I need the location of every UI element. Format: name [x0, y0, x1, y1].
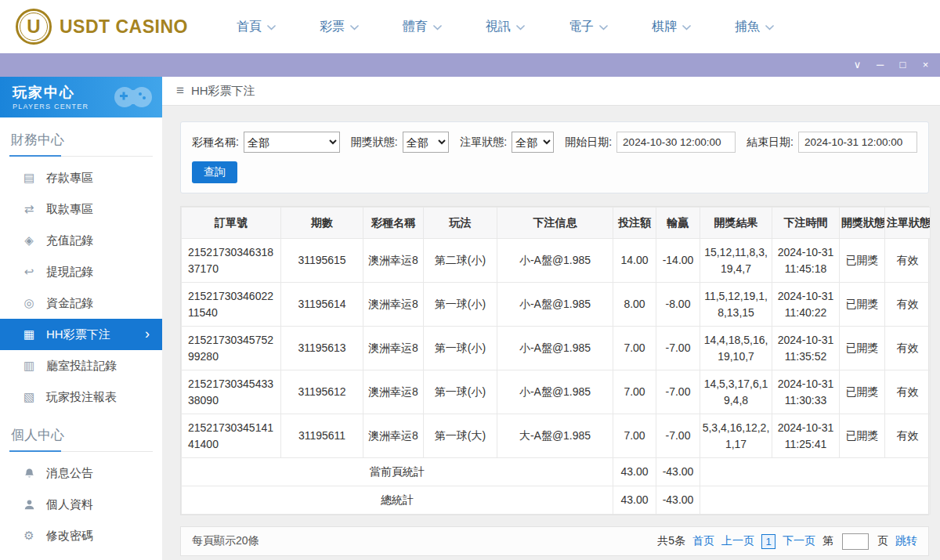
column-header-2: 彩種名稱	[363, 208, 424, 239]
cell-r4-c0: 2152173034514141400	[182, 414, 281, 458]
logo-initial: U	[27, 16, 40, 38]
cell-r4-c6: -7.00	[656, 414, 700, 458]
summary-bet-total: 43.00	[613, 458, 656, 486]
cell-r0-c4: 小-A盤@1.985	[497, 239, 613, 283]
cell-r0-c2: 澳洲幸运8	[363, 239, 424, 283]
sidebar-item-profile[interactable]: 個人資料	[0, 489, 162, 520]
window-collapse-icon[interactable]: ∨	[846, 53, 869, 77]
column-header-9: 開獎狀態	[840, 208, 885, 239]
recharge-record-icon: ◈	[22, 233, 36, 247]
current-page[interactable]: 1	[761, 534, 776, 549]
nav-item-3[interactable]: 體育	[403, 19, 442, 35]
pagination: 共5条 首页 上一页 1 下一页 第 页 跳转	[657, 533, 917, 550]
first-page-link[interactable]: 首页	[692, 534, 714, 548]
column-header-5: 投注額	[613, 208, 656, 239]
end-date-input[interactable]	[798, 132, 917, 153]
funds-record-icon: ◎	[22, 296, 36, 310]
nav-item-4[interactable]: 視訊	[486, 19, 525, 35]
sidebar-item-recharge-records[interactable]: ◈充值記錄	[0, 225, 162, 256]
window-minimize-icon[interactable]: ─	[869, 53, 891, 77]
cell-r3-c7: 14,5,3,17,6,19,4,8	[700, 370, 772, 414]
sidebar-item-change-password[interactable]: ⚙修改密碼	[0, 520, 162, 551]
cell-r2-c3: 第一球(小)	[424, 327, 497, 370]
nav-item-label: 首頁	[237, 19, 262, 35]
cell-r0-c1: 31195615	[281, 239, 363, 283]
sidebar-item-hh-lottery-bets[interactable]: ▦HH彩票下注	[0, 319, 162, 350]
order-status-select[interactable]: 全部	[512, 132, 554, 153]
cell-r2-c2: 澳洲幸运8	[363, 327, 424, 370]
jump-page-input[interactable]	[842, 533, 869, 550]
nav-item-7[interactable]: 捕魚	[735, 19, 774, 35]
sidebar-item-label: 廳室投註記錄	[46, 359, 117, 374]
cell-r3-c8: 2024-10-31 11:30:33	[772, 370, 840, 414]
start-date-input[interactable]	[616, 132, 736, 153]
nav-item-5[interactable]: 電子	[569, 19, 608, 35]
bets-table-card: 訂單號期數彩種名稱玩法下注信息投注額輸贏開獎結果下注時間開獎狀態注單狀態 215…	[180, 206, 929, 515]
cell-r3-c10: 有效	[885, 370, 931, 414]
nav-item-6[interactable]: 棋牌	[652, 19, 691, 35]
column-header-0: 訂單號	[182, 208, 281, 239]
hamburger-icon[interactable]: ≡	[176, 83, 184, 99]
column-header-1: 期數	[281, 208, 363, 239]
summary-winloss-total: -43.00	[656, 458, 700, 486]
search-button[interactable]: 查詢	[192, 161, 237, 183]
chevron-down-icon	[599, 25, 608, 31]
start-date-label: 開始日期:	[565, 135, 612, 150]
sidebar-item-withdrawal-records[interactable]: ↩提現記錄	[0, 256, 162, 287]
cell-r0-c6: -14.00	[656, 239, 700, 283]
cell-r1-c7: 11,5,12,19,1,8,13,15	[700, 283, 772, 327]
cell-r3-c1: 31195612	[281, 370, 363, 414]
sidebar-item-label: 資金記錄	[46, 296, 93, 311]
cell-r2-c10: 有效	[885, 327, 931, 370]
wallet-icon: ▤	[22, 171, 36, 185]
table-footer: 每頁顯示20條 共5条 首页 上一页 1 下一页 第 页 跳转	[180, 526, 929, 556]
column-header-10: 注單狀態	[885, 208, 931, 239]
next-page-link[interactable]: 下一页	[783, 534, 815, 548]
draw-status-select[interactable]: 全部	[403, 132, 450, 153]
jump-button[interactable]: 跳转	[895, 534, 917, 548]
summary-label: 當前頁統計	[182, 458, 613, 486]
nav-item-label: 棋牌	[652, 19, 677, 35]
window-maximize-icon[interactable]: □	[891, 53, 914, 77]
sidebar-item-label: HH彩票下注	[46, 327, 110, 342]
sidebar-item-label: 提現記錄	[46, 265, 93, 280]
page-size-text: 每頁顯示20條	[192, 534, 259, 548]
cell-r3-c3: 第一球(小)	[424, 370, 497, 414]
cell-r1-c0: 2152173034602211540	[182, 283, 281, 327]
bell-icon	[22, 468, 36, 479]
cell-r4-c1: 31195611	[281, 414, 363, 458]
cell-r4-c7: 5,3,4,16,12,2,1,17	[700, 414, 772, 458]
summary-empty	[700, 486, 931, 515]
summary-bet-total: 43.00	[613, 486, 656, 515]
table-header-row: 訂單號期數彩種名稱玩法下注信息投注額輸贏開獎結果下注時間開獎狀態注單狀態	[182, 208, 931, 239]
sidebar-item-room-bet-records[interactable]: ▥廳室投註記錄	[0, 350, 162, 381]
column-header-7: 開獎結果	[700, 208, 772, 239]
lottery-bet-icon: ▦	[22, 327, 36, 341]
cell-r1-c3: 第一球(小)	[424, 283, 497, 327]
gear-icon: ⚙	[22, 529, 36, 543]
logo[interactable]: U USDT CASINO	[16, 9, 188, 45]
prev-page-link[interactable]: 上一页	[721, 534, 754, 548]
table-row: 215217303454333809031195612澳洲幸运8第一球(小)小-…	[182, 370, 931, 414]
sidebar-item-player-bet-report[interactable]: ▧玩家投注報表	[0, 381, 162, 413]
summary-empty	[700, 458, 931, 486]
nav-item-2[interactable]: 彩票	[320, 19, 359, 35]
sidebar-item-funds-records[interactable]: ◎資金記錄	[0, 287, 162, 319]
cell-r3-c2: 澳洲幸运8	[363, 370, 424, 414]
summary-row-1: 總統計43.00-43.00	[182, 486, 931, 515]
column-header-4: 下注信息	[497, 208, 613, 239]
cell-r0-c8: 2024-10-31 11:45:18	[772, 239, 840, 283]
lottery-select[interactable]: 全部	[244, 132, 340, 153]
window-close-icon[interactable]: ×	[914, 53, 937, 77]
sidebar-section-header-1: 個人中心	[9, 426, 153, 452]
sidebar-item-withdraw[interactable]: ⇄取款專區	[0, 193, 162, 225]
sidebar-item-announcements[interactable]: 消息公告	[0, 457, 162, 489]
chevron-down-icon	[516, 25, 525, 31]
sidebar-item-label: 玩家投注報表	[46, 390, 117, 405]
app-shell: 玩家中心 PLAYERS CENTER 財務中心▤存款專區⇄取款專區◈充值記錄↩…	[0, 77, 940, 560]
chevron-down-icon	[682, 25, 691, 31]
sidebar-item-deposit[interactable]: ▤存款專區	[0, 162, 162, 193]
nav-item-1[interactable]: 首頁	[237, 19, 276, 35]
cell-r2-c6: -7.00	[656, 327, 700, 370]
summary-winloss-total: -43.00	[656, 486, 700, 515]
